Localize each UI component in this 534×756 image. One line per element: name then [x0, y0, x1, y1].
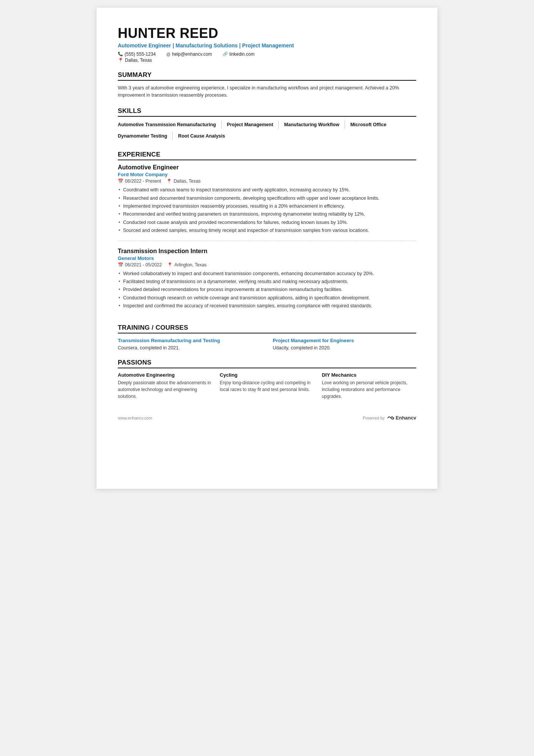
job-2-date: 📅 06/2021 - 05/2022	[118, 262, 162, 268]
skill-5: Dynamometer Testing	[118, 132, 173, 140]
experience-section: EXPERIENCE Automotive Engineer Ford Moto…	[118, 151, 416, 316]
location-row: 📍 Dallas, Texas	[118, 58, 416, 63]
bullet: Implemented improved transmission reasse…	[118, 203, 416, 210]
passion-2-desc: Enjoy long-distance cycling and competin…	[220, 379, 314, 393]
training-heading: TRAINING / COURSES	[118, 324, 416, 333]
training-section: TRAINING / COURSES Transmission Remanufa…	[118, 324, 416, 350]
skills-row1: Automotive Transmission Remanufacturing …	[118, 121, 416, 131]
linkedin-url: linkedin.com	[230, 52, 255, 57]
enhancv-logo-icon	[387, 415, 395, 421]
summary-section: SUMMARY With 3 years of automotive engin…	[118, 71, 416, 99]
job-1: Automotive Engineer Ford Motor Company 📅…	[118, 164, 416, 241]
passions-grid: Automotive Engineering Deeply passionate…	[118, 372, 416, 400]
powered-by-label: Powered by	[363, 416, 385, 420]
passions-heading: PASSIONS	[118, 359, 416, 368]
training-item-2: Project Management for Engineers Udacity…	[273, 337, 416, 350]
training-1-title: Transmission Remanufacturing and Testing	[118, 337, 261, 344]
phone-icon: 📞	[118, 52, 123, 56]
summary-heading: SUMMARY	[118, 71, 416, 81]
skill-2: Project Management	[227, 121, 279, 129]
job-1-location: 📍 Dallas, Texas	[166, 178, 200, 184]
job-1-date: 📅 06/2022 - Present	[118, 178, 161, 184]
skill-6: Root Cause Analysis	[178, 132, 230, 140]
header: HUNTER REED Automotive Engineer | Manufa…	[118, 26, 416, 63]
training-grid: Transmission Remanufacturing and Testing…	[118, 337, 416, 350]
passion-3-title: DIY Mechanics	[322, 372, 416, 378]
email-address: help@enhancv.com	[172, 52, 212, 57]
experience-heading: EXPERIENCE	[118, 151, 416, 160]
location-icon: 📍	[118, 58, 123, 63]
job-1-company: Ford Motor Company	[118, 172, 416, 177]
job-1-title: Automotive Engineer	[118, 164, 416, 171]
passion-1-title: Automotive Engineering	[118, 372, 212, 378]
bullet: Recommended and verified testing paramet…	[118, 211, 416, 218]
candidate-name: HUNTER REED	[118, 26, 416, 41]
job-1-bullets: Coordinated with various teams to inspec…	[118, 186, 416, 234]
footer-website: www.enhancv.com	[118, 416, 152, 420]
passion-3-desc: Love working on personal vehicle project…	[322, 379, 416, 400]
bullet: Conducted thorough research on vehicle c…	[118, 294, 416, 302]
footer: www.enhancv.com Powered by Enhancv	[118, 415, 416, 421]
skill-1: Automotive Transmission Remanufacturing	[118, 121, 222, 129]
bullet: Researched and documented transmission c…	[118, 195, 416, 202]
training-2-sub: Udacity, completed in 2020.	[273, 345, 416, 351]
skill-4: Microsoft Office	[350, 121, 392, 129]
bullet: Worked collaboratively to inspect and do…	[118, 270, 416, 277]
calendar-icon: 📅	[118, 178, 123, 184]
bullet: Conducted root cause analysis and provid…	[118, 219, 416, 226]
passions-section: PASSIONS Automotive Engineering Deeply p…	[118, 359, 416, 400]
bullet: Sourced and ordered samples, ensuring ti…	[118, 227, 416, 234]
job-2: Transmission Inspection Intern General M…	[118, 248, 416, 316]
passion-2-title: Cycling	[220, 372, 314, 378]
job-1-meta: 📅 06/2022 - Present 📍 Dallas, Texas	[118, 178, 416, 184]
bullet: Provided detailed recommendations for pr…	[118, 286, 416, 293]
bullet: Coordinated with various teams to inspec…	[118, 186, 416, 194]
phone-item: 📞 (555) 555-1234	[118, 52, 156, 57]
training-1-sub: Coursera, completed in 2021.	[118, 345, 261, 351]
email-icon: @	[166, 52, 170, 56]
skills-heading: SKILLS	[118, 107, 416, 117]
bullet: Inspected and confirmed the accuracy of …	[118, 302, 416, 310]
job-2-company: General Motors	[118, 255, 416, 261]
enhancv-name: Enhancv	[396, 415, 416, 421]
location-text: Dallas, Texas	[125, 58, 152, 63]
passion-1-desc: Deeply passionate about the advancements…	[118, 379, 212, 400]
enhancv-brand: Enhancv	[387, 415, 416, 421]
resume-page: HUNTER REED Automotive Engineer | Manufa…	[97, 8, 437, 489]
linkedin-item: 🔗 linkedin.com	[223, 52, 255, 57]
candidate-title: Automotive Engineer | Manufacturing Solu…	[118, 42, 416, 49]
summary-text: With 3 years of automotive engineering e…	[118, 85, 416, 99]
job-2-meta: 📅 06/2021 - 05/2022 📍 Arlington, Texas	[118, 262, 416, 268]
phone-number: (555) 555-1234	[125, 52, 156, 57]
job-2-title: Transmission Inspection Intern	[118, 248, 416, 255]
location-icon-2: 📍	[167, 262, 173, 268]
training-item-1: Transmission Remanufacturing and Testing…	[118, 337, 261, 350]
footer-powered: Powered by Enhancv	[363, 415, 416, 421]
contact-row: 📞 (555) 555-1234 @ help@enhancv.com 🔗 li…	[118, 52, 416, 57]
calendar-icon-2: 📅	[118, 262, 123, 268]
skills-row2: Dynamometer Testing Root Cause Analysis	[118, 132, 416, 142]
passion-item-1: Automotive Engineering Deeply passionate…	[118, 372, 212, 400]
passion-item-3: DIY Mechanics Love working on personal v…	[322, 372, 416, 400]
skill-3: Manufacturing Workflow	[284, 121, 345, 129]
location-icon-1: 📍	[166, 178, 172, 184]
job-2-location: 📍 Arlington, Texas	[167, 262, 206, 268]
passion-item-2: Cycling Enjoy long-distance cycling and …	[220, 372, 314, 400]
training-2-title: Project Management for Engineers	[273, 337, 416, 344]
bullet: Facilitated testing of transmissions on …	[118, 278, 416, 285]
link-icon: 🔗	[223, 52, 228, 56]
job-2-bullets: Worked collaboratively to inspect and do…	[118, 270, 416, 310]
skills-section: SKILLS Automotive Transmission Remanufac…	[118, 107, 416, 142]
email-item: @ help@enhancv.com	[166, 52, 212, 57]
